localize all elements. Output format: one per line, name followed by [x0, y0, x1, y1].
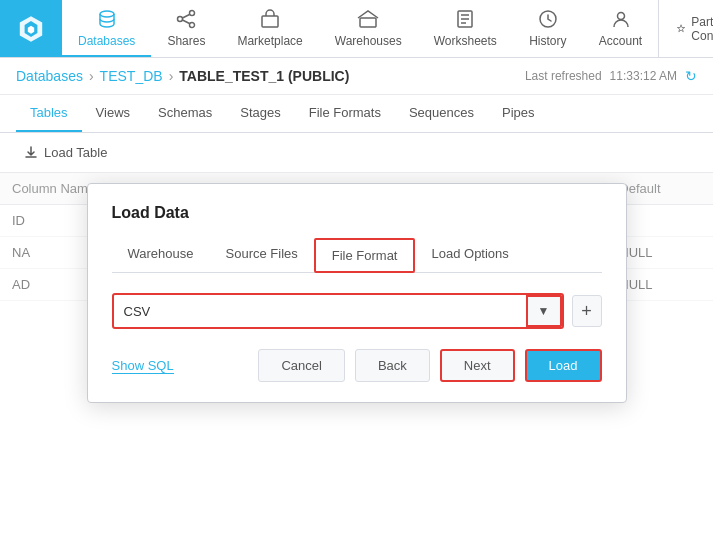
sub-tab-views[interactable]: Views [82, 95, 144, 132]
breadcrumb: Databases › TEST_DB › TABLE_TEST_1 (PUBL… [16, 68, 349, 84]
csv-input-row: ▼ + [112, 293, 602, 329]
svg-point-0 [100, 11, 114, 17]
add-format-button[interactable]: + [572, 295, 602, 327]
nav-item-account[interactable]: Account [583, 0, 658, 57]
nav-item-warehouses[interactable]: Warehouses [319, 0, 418, 57]
nav-item-databases[interactable]: Databases [62, 0, 151, 57]
sub-tab-schemas[interactable]: Schemas [144, 95, 226, 132]
nav-item-marketplace[interactable]: Marketplace [221, 0, 318, 57]
load-data-modal: Load Data Warehouse Source Files File Fo… [87, 183, 627, 403]
breadcrumb-test-db[interactable]: TEST_DB [100, 68, 163, 84]
modal-tab-source-files[interactable]: Source Files [210, 238, 314, 273]
svg-rect-5 [360, 18, 376, 27]
nav-item-shares[interactable]: Shares [151, 0, 221, 57]
sub-tab-stages[interactable]: Stages [226, 95, 294, 132]
next-button[interactable]: Next [440, 349, 515, 382]
svg-rect-4 [262, 16, 278, 27]
main-content: Column Name Ordinal ▲ Type Nullable Defa… [0, 173, 713, 544]
sub-tab-file-formats[interactable]: File Formats [295, 95, 395, 132]
csv-format-input[interactable] [114, 297, 526, 326]
nav-item-worksheets[interactable]: Worksheets [418, 0, 513, 57]
breadcrumb-table: TABLE_TEST_1 (PUBLIC) [179, 68, 349, 84]
back-button[interactable]: Back [355, 349, 430, 382]
nav-items: Databases Shares Marketplace Warehouses … [62, 0, 658, 57]
toolbar: Load Table [0, 133, 713, 173]
modal-tab-file-format[interactable]: File Format [314, 238, 416, 273]
load-table-button[interactable]: Load Table [16, 141, 115, 164]
modal-tab-warehouse[interactable]: Warehouse [112, 238, 210, 273]
sub-tab-sequences[interactable]: Sequences [395, 95, 488, 132]
nav-item-history[interactable]: History [513, 0, 583, 57]
modal-title: Load Data [112, 204, 602, 222]
modal-tab-load-options[interactable]: Load Options [415, 238, 524, 273]
modal-overlay: Load Data Warehouse Source Files File Fo… [0, 173, 713, 544]
modal-tabs: Warehouse Source Files File Format Load … [112, 238, 602, 273]
modal-footer: Show SQL Cancel Back Next Load [112, 349, 602, 382]
app-logo [0, 0, 62, 57]
svg-point-8 [617, 12, 624, 19]
svg-point-3 [190, 22, 195, 27]
breadcrumb-bar: Databases › TEST_DB › TABLE_TEST_1 (PUBL… [0, 58, 713, 95]
csv-dropdown-button[interactable]: ▼ [526, 295, 562, 327]
svg-point-2 [178, 16, 183, 21]
sub-tabs: Tables Views Schemas Stages File Formats… [0, 95, 713, 133]
svg-point-1 [190, 10, 195, 15]
show-sql-link[interactable]: Show SQL [112, 358, 174, 374]
top-navigation: Databases Shares Marketplace Warehouses … [0, 0, 713, 58]
breadcrumb-databases[interactable]: Databases [16, 68, 83, 84]
refresh-area: Last refreshed 11:33:12 AM ↻ [525, 68, 697, 84]
load-button[interactable]: Load [525, 349, 602, 382]
sub-tab-tables[interactable]: Tables [16, 95, 82, 132]
refresh-button[interactable]: ↻ [685, 68, 697, 84]
partner-connect[interactable]: Partner Conne... [658, 0, 713, 57]
sub-tab-pipes[interactable]: Pipes [488, 95, 549, 132]
csv-input-wrapper: ▼ [112, 293, 564, 329]
footer-buttons: Cancel Back Next Load [258, 349, 601, 382]
cancel-button[interactable]: Cancel [258, 349, 344, 382]
